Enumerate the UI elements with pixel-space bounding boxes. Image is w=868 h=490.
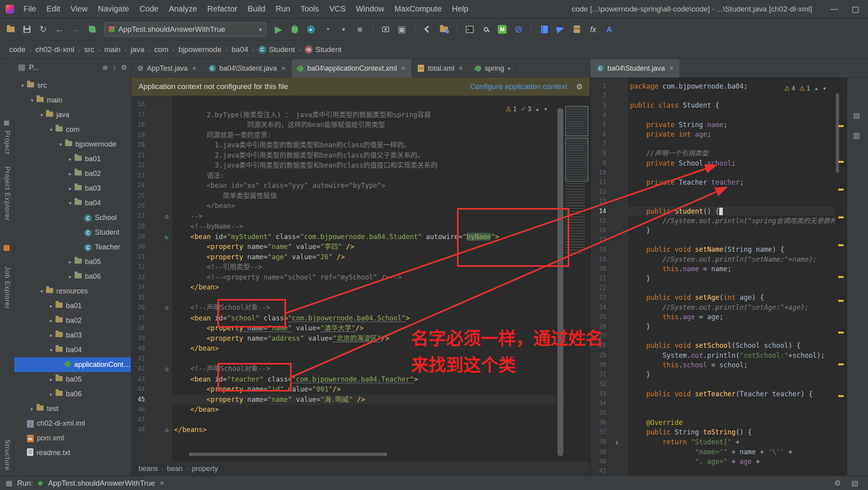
menu-item-view[interactable]: View (65, 0, 93, 18)
breadcrumb-item-main[interactable]: main (102, 45, 123, 54)
collapse-all-icon[interactable]: ↕ (113, 64, 116, 72)
tree-item-school[interactable]: CSchool (14, 210, 131, 225)
tab-ba04-student-java[interactable]: Cba04\Student.java× (591, 59, 680, 77)
profiler-icon[interactable]: ◔ (321, 23, 334, 36)
sync-icon[interactable]: ↻ (36, 23, 50, 36)
right-strip-icon[interactable]: ▤ (853, 111, 860, 120)
close-icon[interactable]: × (160, 479, 164, 488)
prev-issue-icon[interactable]: ▲ (535, 107, 540, 112)
code-line[interactable]: 35 (590, 408, 835, 418)
tree-item-ba04[interactable]: ▾ba04 (14, 196, 131, 210)
tab-close-icon[interactable]: × (459, 64, 463, 73)
code-line[interactable]: 12 (590, 187, 835, 197)
menu-item-analyze[interactable]: Analyze (163, 0, 202, 18)
code-line[interactable]: 8 //声明一个引用类型 (590, 149, 835, 158)
terminal-icon[interactable]: ▸ (463, 23, 476, 36)
code-line[interactable]: 41 (131, 354, 590, 364)
tree-chevron-icon[interactable]: ▾ (37, 112, 46, 118)
code-line[interactable]: 32 <!--引用类型--> (131, 262, 590, 272)
minimize-button[interactable]: — (830, 4, 838, 14)
code-line[interactable]: 32 (590, 379, 835, 389)
code-line[interactable]: 28 public void setSchool(School school) … (590, 341, 835, 350)
breadcrumb-item-code[interactable]: code (7, 45, 27, 54)
tree-chevron-icon[interactable]: ▸ (66, 259, 75, 265)
menu-item-edit[interactable]: Edit (41, 0, 65, 18)
gear-icon[interactable]: ⚙ (576, 82, 583, 91)
tab-ba04-applicationcontext-xml[interactable]: ba04\applicationContext.xml× (292, 59, 412, 77)
code-line[interactable]: 5 private String name; (590, 120, 835, 129)
code-line[interactable]: 22 (590, 283, 835, 293)
editor-breadcrumb-beans[interactable]: beans (138, 465, 158, 473)
tree-chevron-icon[interactable]: ▸ (66, 274, 75, 280)
code-line[interactable]: 30 <property name="name" value="李四" /> (131, 242, 590, 252)
code-line[interactable]: 35 (131, 293, 590, 303)
menu-item-window[interactable]: Window (351, 0, 389, 18)
code-line[interactable]: 43 <bean id="teacher" class="com.bjpower… (131, 374, 590, 385)
code-line[interactable]: 46 </bean> (131, 405, 590, 415)
code-line[interactable]: 45 <property name="name" value="海.明威" /> (131, 395, 590, 405)
tree-chevron-icon[interactable]: ▸ (28, 406, 36, 412)
chevron-down-icon[interactable]: ▾ (508, 66, 511, 71)
tab-close-icon[interactable]: × (401, 64, 406, 73)
tree-item-readme-txt[interactable]: readme.txt (14, 446, 131, 460)
code-line[interactable]: 25 简单类型属性赋值 (131, 191, 590, 201)
stop-icon[interactable]: ■ (353, 23, 367, 36)
tree-chevron-icon[interactable]: ▸ (47, 303, 56, 309)
tab-close-icon[interactable]: × (669, 64, 674, 73)
breadcrumb-item-student[interactable]: mStudent (303, 45, 344, 54)
grid-icon[interactable]: ▦ (4, 119, 10, 126)
fly-icon[interactable] (554, 23, 567, 36)
menu-item-tools[interactable]: Tools (295, 0, 324, 18)
tree-item-ba02[interactable]: ▸ba02 (14, 313, 131, 328)
code-line[interactable]: 34 </bean> (131, 282, 590, 293)
block-icon[interactable]: ⊘ (512, 23, 525, 36)
code-line[interactable]: 21 2.java类中引用类型的数据类型和bean的class的值父子类关系的。 (131, 150, 590, 161)
tree-chevron-icon[interactable]: ▾ (47, 127, 56, 133)
forward-icon[interactable]: → (69, 23, 83, 36)
code-line[interactable]: 10 (590, 168, 835, 177)
code-line[interactable]: 3public class Student { (590, 100, 835, 110)
menu-item-help[interactable]: Help (447, 0, 473, 18)
code-line[interactable]: 26 } (590, 322, 835, 331)
fx-icon[interactable]: fx (586, 23, 600, 36)
menu-item-maxcompute[interactable]: MaxCompute (389, 0, 447, 18)
code-line[interactable]: 6 private int age; (590, 129, 835, 139)
menu-item-run[interactable]: Run (271, 0, 296, 18)
explorer-icon[interactable] (4, 245, 10, 251)
code-line[interactable]: 28 <!--byName--> (131, 222, 590, 232)
warning-stripe-mark[interactable] (838, 332, 844, 334)
tree-item-java[interactable]: ▾java (14, 108, 131, 122)
code-line[interactable]: 29 System.out.println("setSchool:"+schoo… (590, 351, 835, 360)
tree-item-student[interactable]: CStudent (14, 225, 131, 240)
tree-item-src[interactable]: ▾src (14, 78, 131, 93)
tree-item-ch02-di-xml-iml[interactable]: ich02-di-xml.iml (14, 416, 131, 431)
tree-item-main[interactable]: ▾main (14, 93, 131, 108)
code-line[interactable]: 33 <!--<property name="school" ref="mySc… (131, 272, 590, 283)
code-line[interactable]: 27 (590, 331, 835, 341)
toolwindow-project-explorer[interactable]: Project Explorer (3, 166, 11, 221)
tab-close-icon[interactable]: × (192, 64, 196, 73)
scrollbar[interactable] (557, 96, 564, 461)
maximize-button[interactable]: ▢ (852, 4, 859, 14)
code-line[interactable]: 27⌂ --> (131, 211, 590, 222)
tree-chevron-icon[interactable]: ▸ (66, 171, 75, 177)
warning-stripe-mark[interactable] (838, 395, 844, 397)
minimap[interactable] (564, 96, 590, 461)
tree-item-ba02[interactable]: ▸ba02 (14, 166, 131, 181)
code-line[interactable]: 18 public void setName(String name) { (590, 245, 835, 254)
tree-chevron-icon[interactable]: ▸ (47, 332, 56, 338)
menu-item-navigate[interactable]: Navigate (93, 0, 134, 18)
tree-item-ba06[interactable]: ▸ba06 (14, 387, 131, 401)
code-line[interactable]: 7 (590, 139, 835, 149)
inspection-widget[interactable]: ⚠ 1 ✓ 3 ▲ ▼ (503, 104, 550, 114)
wrench-icon[interactable] (421, 23, 434, 36)
code-line[interactable]: 40 ", age=" + age + (590, 457, 835, 466)
run-config-select[interactable]: AppTest.shouldAnswerWithTrue ▾ (104, 22, 266, 37)
right-strip-icon[interactable]: ▥ (853, 131, 860, 140)
warning-stripe-mark[interactable] (838, 300, 844, 302)
tree-chevron-icon[interactable]: ▾ (47, 347, 56, 353)
error-stripe[interactable] (835, 77, 847, 476)
code-line[interactable]: 36⌂ <!--声明School对象--> (131, 303, 590, 313)
code-line[interactable]: 14 public Student() { (590, 206, 835, 216)
inspection-widget[interactable]: ⚠ 4 ⚠ 1 ▲ ▼ (782, 84, 829, 93)
